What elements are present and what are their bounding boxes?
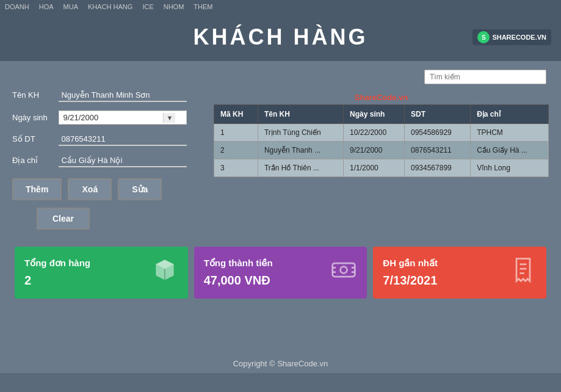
- nav-item-7[interactable]: THEM: [194, 3, 212, 10]
- card-tong-thanh-tien: Tổng thành tiền 47,000 VNĐ: [194, 247, 367, 299]
- form-panel: Tên KH Ngày sinh ▼ Số DT Địa chỉ Th: [12, 89, 201, 230]
- card-content-dh-gan-nhat: ĐH gần nhất 7/13/2021: [383, 258, 438, 288]
- search-bar: [12, 70, 549, 84]
- card-icon-dh-gan-nhat: [510, 256, 537, 289]
- col-ngay-sinh: Ngày sinh: [344, 105, 405, 124]
- card-value-tong-don-hang: 2: [24, 274, 90, 288]
- cell-sdt: 0934567899: [405, 159, 471, 177]
- cell-ten-kh: Trần Hồ Thiên ...: [258, 159, 343, 177]
- col-sdt: SDT: [405, 105, 471, 124]
- table-panel: ShareCode.vn Mã KH Tên KH Ngày sinh SDT …: [214, 89, 549, 230]
- cell-ngay-sinh: 1/1/2000: [344, 159, 405, 177]
- col-ten-kh: Tên KH: [258, 105, 343, 124]
- brand-logo: S SHARECODE.VN: [472, 29, 551, 45]
- table-row[interactable]: 2 Nguyễn Thanh ... 9/21/2000 0876543211 …: [214, 142, 549, 159]
- so-dt-input[interactable]: [59, 133, 187, 146]
- clear-button-row: Clear: [12, 208, 201, 230]
- nav-item-6[interactable]: NHOM: [164, 3, 184, 10]
- nav-item-4[interactable]: KHACH HANG: [88, 3, 132, 10]
- main-content: Tên KH Ngày sinh ▼ Số DT Địa chỉ Th: [0, 61, 561, 354]
- card-title-dh-gan-nhat: ĐH gần nhất: [383, 258, 438, 269]
- card-content-tong-don-hang: Tổng đơn hàng 2: [24, 258, 90, 288]
- header: S SHARECODE.VN KHÁCH HÀNG: [0, 13, 561, 61]
- search-input[interactable]: [424, 70, 546, 84]
- dia-chi-label: Địa chỉ: [12, 156, 56, 165]
- nav-item-5[interactable]: ICE: [142, 3, 153, 10]
- cell-ma-kh: 1: [214, 124, 258, 142]
- cards-row: Tổng đơn hàng 2 Tổng thành tiền 47,000 V…: [12, 247, 549, 299]
- ngay-sinh-input[interactable]: [59, 111, 163, 124]
- cell-sdt: 0876543211: [405, 142, 471, 159]
- ngay-sinh-field: Ngày sinh ▼: [12, 111, 201, 125]
- svg-rect-1: [333, 263, 355, 277]
- card-icon-tong-thanh-tien: [330, 256, 357, 289]
- card-value-tong-thanh-tien: 47,000 VNĐ: [204, 274, 273, 288]
- them-button[interactable]: Thêm: [12, 178, 62, 200]
- card-icon-tong-don-hang: [151, 256, 178, 289]
- col-ma-kh: Mã KH: [214, 105, 258, 124]
- xoa-button[interactable]: Xoá: [68, 178, 112, 200]
- nav-item-2[interactable]: HOA: [39, 3, 54, 10]
- ten-kh-field: Tên KH: [12, 89, 201, 102]
- watermark-text: ShareCode.vn: [214, 89, 549, 104]
- cell-ma-kh: 2: [214, 142, 258, 159]
- brand-text: SHARECODE.VN: [492, 34, 546, 41]
- nav-item-3[interactable]: MUA: [63, 3, 78, 10]
- cell-dia-chi: Cầu Giấy Hà ...: [471, 142, 549, 159]
- ten-kh-input[interactable]: [59, 89, 187, 102]
- clear-button[interactable]: Clear: [37, 208, 90, 230]
- card-title-tong-don-hang: Tổng đơn hàng: [24, 258, 90, 269]
- cell-sdt: 0954586929: [405, 124, 471, 142]
- cell-ma-kh: 3: [214, 159, 258, 177]
- customers-table: Mã KH Tên KH Ngày sinh SDT Địa chỉ 1 Trị…: [214, 104, 549, 177]
- brand-icon: S: [477, 31, 490, 43]
- card-dh-gan-nhat: ĐH gần nhất 7/13/2021: [373, 247, 546, 299]
- cell-ten-kh: Trịnh Tùng Chiến: [258, 124, 343, 142]
- cell-ten-kh: Nguyễn Thanh ...: [258, 142, 343, 159]
- card-value-dh-gan-nhat: 7/13/2021: [383, 274, 438, 288]
- ten-kh-label: Tên KH: [12, 90, 56, 100]
- ngay-sinh-label: Ngày sinh: [12, 113, 56, 122]
- card-content-tong-thanh-tien: Tổng thành tiền 47,000 VNĐ: [204, 258, 273, 288]
- table-body: 1 Trịnh Tùng Chiến 10/22/2000 0954586929…: [214, 124, 549, 177]
- action-buttons: Thêm Xoá Sửa: [12, 178, 201, 200]
- table-header: Mã KH Tên KH Ngày sinh SDT Địa chỉ: [214, 105, 549, 124]
- dia-chi-field: Địa chỉ: [12, 154, 201, 167]
- sua-button[interactable]: Sửa: [118, 178, 162, 200]
- table-row[interactable]: 3 Trần Hồ Thiên ... 1/1/2000 0934567899 …: [214, 159, 549, 177]
- cell-ngay-sinh: 10/22/2000: [344, 124, 405, 142]
- cell-dia-chi: TPHCM: [471, 124, 549, 142]
- calendar-button[interactable]: ▼: [163, 113, 175, 123]
- dia-chi-input[interactable]: [59, 154, 187, 167]
- card-title-tong-thanh-tien: Tổng thành tiền: [204, 258, 273, 269]
- nav-item-1[interactable]: DOANH: [5, 3, 29, 10]
- cell-ngay-sinh: 9/21/2000: [344, 142, 405, 159]
- svg-point-2: [341, 267, 347, 274]
- table-row[interactable]: 1 Trịnh Tùng Chiến 10/22/2000 0954586929…: [214, 124, 549, 142]
- cell-dia-chi: Vĩnh Long: [471, 159, 549, 177]
- so-dt-field: Số DT: [12, 133, 201, 146]
- footer-text: Copyright © ShareCode.vn: [233, 359, 328, 368]
- top-nav: DOANH HOA MUA KHACH HANG ICE NHOM THEM: [0, 0, 561, 13]
- col-dia-chi: Địa chỉ: [471, 105, 549, 124]
- content-layout: Tên KH Ngày sinh ▼ Số DT Địa chỉ Th: [12, 89, 549, 230]
- date-input-wrap: ▼: [59, 111, 187, 125]
- card-tong-don-hang: Tổng đơn hàng 2: [15, 247, 188, 299]
- so-dt-label: Số DT: [12, 134, 56, 143]
- footer: Copyright © ShareCode.vn: [0, 354, 561, 373]
